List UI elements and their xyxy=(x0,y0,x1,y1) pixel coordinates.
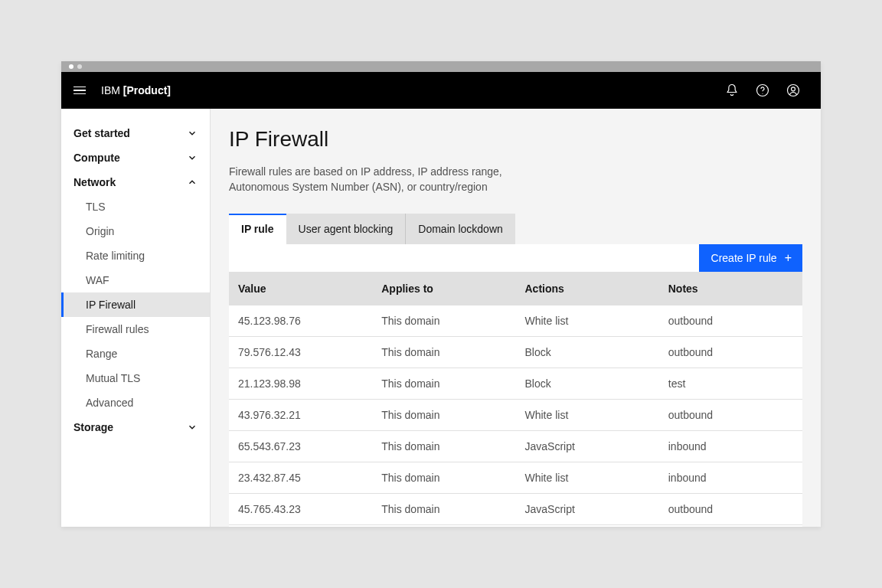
cell-actions: JavaScript xyxy=(516,430,659,462)
cell-value: 45.765.43.23 xyxy=(229,493,372,524)
page-title: IP Firewall xyxy=(229,127,802,152)
cell-actions: White list xyxy=(516,399,659,430)
sidebar-item-label: IP Firewall xyxy=(86,299,136,311)
cell-notes: inbound xyxy=(659,430,802,462)
cell-actions: Block xyxy=(516,524,659,527)
menu-icon[interactable] xyxy=(74,83,89,98)
create-ip-rule-button[interactable]: Create IP rule + xyxy=(699,244,802,272)
main-content: IP Firewall Firewall rules are based on … xyxy=(211,109,821,527)
tab-label: IP rule xyxy=(241,223,274,235)
svg-point-1 xyxy=(763,93,763,94)
cell-value: 79.576.12.43 xyxy=(229,336,372,368)
svg-point-3 xyxy=(792,87,795,91)
column-header-value[interactable]: Value xyxy=(229,272,372,305)
sidebar-group-label: Compute xyxy=(74,152,120,164)
table-row[interactable]: 76.543.23.98This domainBlockinbound xyxy=(229,524,802,527)
cell-notes: outbound xyxy=(659,493,802,524)
window-titlebar xyxy=(61,61,821,72)
sidebar-group-label: Get started xyxy=(74,127,130,139)
brand-product: [Product] xyxy=(123,84,171,96)
sidebar-group-compute[interactable]: Compute xyxy=(61,145,210,170)
cell-applies: This domain xyxy=(372,493,515,524)
sidebar-item-label: Advanced xyxy=(86,397,133,409)
tab-ip-rule[interactable]: IP rule xyxy=(229,214,286,244)
sidebar-item-waf[interactable]: WAF xyxy=(61,268,210,292)
notifications-icon[interactable] xyxy=(717,72,747,109)
plus-icon: + xyxy=(785,252,792,264)
brand-label: IBM [Product] xyxy=(101,84,171,96)
ip-rules-table: Value Applies to Actions Notes 45.123.98… xyxy=(229,272,802,527)
cell-applies: This domain xyxy=(372,430,515,462)
table-row[interactable]: 45.123.98.76This domainWhite listoutboun… xyxy=(229,305,802,337)
chevron-down-icon xyxy=(187,128,198,139)
sidebar-item-label: Origin xyxy=(86,225,114,237)
cell-applies: This domain xyxy=(372,462,515,493)
cell-value: 21.123.98.98 xyxy=(229,368,372,399)
table-row[interactable]: 79.576.12.43This domainBlockoutbound xyxy=(229,336,802,368)
cell-applies: This domain xyxy=(372,336,515,368)
cell-actions: White list xyxy=(516,462,659,493)
sidebar-item-firewall-rules[interactable]: Firewall rules xyxy=(61,317,210,341)
cell-notes: outbound xyxy=(659,336,802,368)
sidebar-item-advanced[interactable]: Advanced xyxy=(61,390,210,415)
sidebar-item-origin[interactable]: Origin xyxy=(61,219,210,243)
sidebar-item-mutual-tls[interactable]: Mutual TLS xyxy=(61,366,210,390)
column-header-applies-to[interactable]: Applies to xyxy=(372,272,515,305)
page-description: Firewall rules are based on IP address, … xyxy=(229,164,550,195)
table-row[interactable]: 65.543.67.23This domainJavaScriptinbound xyxy=(229,430,802,462)
sidebar-group-get-started[interactable]: Get started xyxy=(61,121,210,145)
tab-label: User agent blocking xyxy=(299,223,394,235)
cell-value: 43.976.32.21 xyxy=(229,399,372,430)
column-header-notes[interactable]: Notes xyxy=(659,272,802,305)
app-window: IBM [Product] Get started Compute xyxy=(61,61,821,527)
table-row[interactable]: 21.123.98.98This domainBlocktest xyxy=(229,368,802,399)
sidebar-item-range[interactable]: Range xyxy=(61,341,210,366)
sidebar-item-label: Range xyxy=(86,348,117,360)
chevron-down-icon xyxy=(187,152,198,163)
cell-applies: This domain xyxy=(372,399,515,430)
cell-notes: outbound xyxy=(659,305,802,337)
cell-value: 23.432.87.45 xyxy=(229,462,372,493)
cell-value: 45.123.98.76 xyxy=(229,305,372,337)
sidebar-item-label: TLS xyxy=(86,201,106,213)
column-header-actions[interactable]: Actions xyxy=(516,272,659,305)
window-dot xyxy=(69,64,74,69)
table-row[interactable]: 23.432.87.45This domainWhite listinbound xyxy=(229,462,802,493)
chevron-down-icon xyxy=(187,422,198,433)
sidebar-group-label: Network xyxy=(74,176,116,188)
sidebar-item-label: Mutual TLS xyxy=(86,372,140,384)
tab-panel: Create IP rule + Value Applies to Action… xyxy=(229,244,802,527)
top-banner: IBM [Product] xyxy=(61,72,821,109)
sidebar-group-storage[interactable]: Storage xyxy=(61,415,210,439)
button-label: Create IP rule xyxy=(711,252,777,264)
sidebar-group-network[interactable]: Network xyxy=(61,170,210,194)
cell-applies: This domain xyxy=(372,368,515,399)
brand-prefix: IBM xyxy=(101,84,123,96)
cell-notes: test xyxy=(659,368,802,399)
cell-applies: This domain xyxy=(372,524,515,527)
sidebar-item-rate-limiting[interactable]: Rate limiting xyxy=(61,243,210,268)
sidebar-item-label: WAF xyxy=(86,274,109,286)
tab-domain-lockdown[interactable]: Domain lockdown xyxy=(406,214,515,244)
sidebar-item-tls[interactable]: TLS xyxy=(61,194,210,219)
cell-actions: Block xyxy=(516,336,659,368)
tab-label: Domain lockdown xyxy=(418,223,503,235)
table-row[interactable]: 43.976.32.21This domainWhite listoutboun… xyxy=(229,399,802,430)
tab-user-agent-blocking[interactable]: User agent blocking xyxy=(286,214,407,244)
window-dot xyxy=(77,64,82,69)
table-header-row: Value Applies to Actions Notes xyxy=(229,272,802,305)
table-toolbar: Create IP rule + xyxy=(229,244,802,272)
sidebar-item-label: Rate limiting xyxy=(86,250,145,262)
cell-applies: This domain xyxy=(372,305,515,337)
tab-list: IP rule User agent blocking Domain lockd… xyxy=(229,214,802,244)
cell-value: 65.543.67.23 xyxy=(229,430,372,462)
sidebar-item-ip-firewall[interactable]: IP Firewall xyxy=(61,292,210,317)
cell-notes: inbound xyxy=(659,524,802,527)
sidebar-item-label: Firewall rules xyxy=(86,323,149,335)
table-row[interactable]: 45.765.43.23This domainJavaScriptoutboun… xyxy=(229,493,802,524)
help-icon[interactable] xyxy=(747,72,778,109)
sidebar-group-label: Storage xyxy=(74,421,113,433)
cell-notes: outbound xyxy=(659,399,802,430)
account-icon[interactable] xyxy=(778,72,808,109)
svg-point-2 xyxy=(788,85,799,96)
